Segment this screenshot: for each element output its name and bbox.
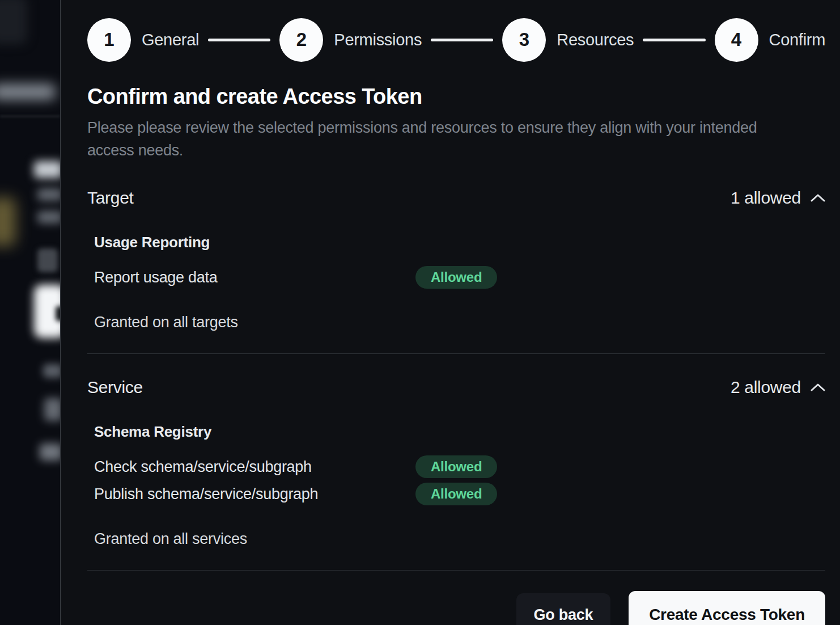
permission-row: Publish schema/service/subgraph Allowed <box>94 483 825 505</box>
step-label: Resources <box>557 31 634 49</box>
step-connector <box>431 39 493 41</box>
service-permission-group: Schema Registry Check schema/service/sub… <box>87 423 825 505</box>
blurred-text-line <box>43 364 60 378</box>
allowed-badge: Allowed <box>415 483 497 505</box>
step-number-circle: 3 <box>502 18 546 62</box>
blurred-nav-text <box>0 84 56 100</box>
blurred-text-line <box>37 211 60 223</box>
permission-label: Check schema/service/subgraph <box>94 458 415 476</box>
blurred-card-glyph <box>56 306 60 321</box>
target-section-toggle[interactable]: 1 allowed <box>731 188 825 208</box>
blurred-logo-tile <box>0 0 27 44</box>
step-resources[interactable]: 3 Resources <box>502 18 634 62</box>
step-general[interactable]: 1 General <box>87 18 199 62</box>
permission-label: Report usage data <box>94 269 415 286</box>
blurred-accent-blob <box>0 197 16 246</box>
step-number-circle: 1 <box>87 18 131 62</box>
step-label: General <box>142 31 199 49</box>
create-access-token-button[interactable]: Create Access Token <box>629 591 825 625</box>
target-permission-group: Usage Reporting Report usage data Allowe… <box>87 234 825 289</box>
modal-footer: Go back Create Access Token <box>87 591 825 625</box>
step-confirm[interactable]: 4 Confirm <box>715 18 825 62</box>
group-heading: Schema Registry <box>94 423 825 441</box>
blurred-text-line <box>37 188 60 201</box>
allowed-count: 2 allowed <box>731 378 801 397</box>
step-number-circle: 2 <box>279 18 323 62</box>
blurred-icon-tile <box>37 248 58 272</box>
permission-row: Report usage data Allowed <box>94 266 825 289</box>
section-divider <box>87 353 825 354</box>
granted-note: Granted on all targets <box>87 314 825 331</box>
granted-note: Granted on all services <box>87 530 825 548</box>
section-title: Service <box>87 378 143 397</box>
allowed-badge: Allowed <box>415 266 497 289</box>
wizard-stepper: 1 General 2 Permissions 3 Resources 4 Co… <box>87 18 825 62</box>
blurred-text-line <box>40 444 60 461</box>
step-label: Confirm <box>769 31 825 49</box>
footer-divider <box>87 570 825 571</box>
page-title: Confirm and create Access Token <box>87 85 825 109</box>
step-connector <box>208 39 270 41</box>
allowed-count: 1 allowed <box>731 188 801 208</box>
step-label: Permissions <box>334 31 422 49</box>
section-title: Target <box>87 188 134 208</box>
page-description: Please please review the selected permis… <box>87 116 790 162</box>
blurred-app-backdrop <box>0 0 60 625</box>
blurred-page-heading <box>34 161 60 178</box>
permission-row: Check schema/service/subgraph Allowed <box>94 455 825 478</box>
permission-label: Publish schema/service/subgraph <box>94 485 415 503</box>
service-section-toggle[interactable]: 2 allowed <box>731 378 825 397</box>
step-permissions[interactable]: 2 Permissions <box>279 18 422 62</box>
chevron-up-icon <box>811 383 825 391</box>
chevron-up-icon <box>811 194 825 202</box>
blurred-text-line <box>44 398 60 421</box>
go-back-button[interactable]: Go back <box>516 593 611 625</box>
allowed-badge: Allowed <box>415 455 497 478</box>
step-number-circle: 4 <box>715 18 758 62</box>
step-connector <box>643 39 705 41</box>
service-section-header: Service 2 allowed <box>87 378 825 397</box>
target-section-header: Target 1 allowed <box>87 188 825 208</box>
group-heading: Usage Reporting <box>94 234 825 251</box>
create-access-token-modal: 1 General 2 Permissions 3 Resources 4 Co… <box>60 0 840 625</box>
blurred-divider <box>0 116 60 117</box>
